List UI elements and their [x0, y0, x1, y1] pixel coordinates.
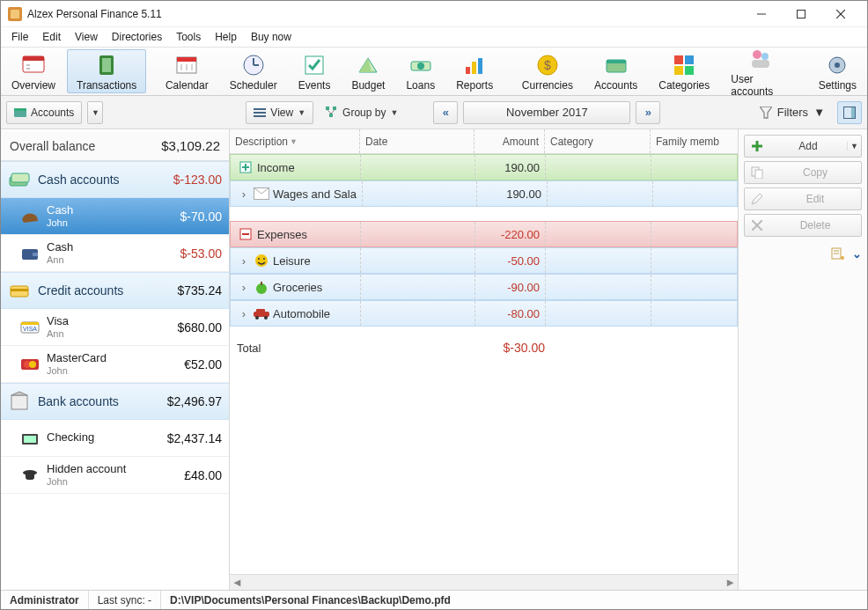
- balance-amount: $3,109.22: [161, 138, 220, 153]
- col-category[interactable]: Category: [545, 129, 651, 153]
- toolbar-scheduler[interactable]: Scheduler: [220, 49, 287, 93]
- menu-view[interactable]: View: [68, 29, 105, 45]
- toolbar-transactions[interactable]: Transactions: [67, 49, 146, 93]
- prev-period-button[interactable]: «: [433, 101, 458, 124]
- grid-group-row[interactable]: Expenses-220.00: [230, 221, 738, 247]
- add-dropdown-caret[interactable]: ▼: [847, 142, 861, 151]
- edit-button[interactable]: Edit: [744, 187, 862, 210]
- expand-icon[interactable]: ›: [236, 281, 252, 294]
- account-name: Checking: [47, 431, 160, 445]
- toolbar-label: Accounts: [594, 79, 637, 92]
- account-item[interactable]: MasterCardJohn€52.00: [1, 346, 229, 383]
- toolbar-label: Calendar: [166, 79, 209, 92]
- toolbar-settings[interactable]: Settings: [809, 49, 866, 93]
- grid-row[interactable]: ›Leisure-50.00: [230, 247, 738, 274]
- account-group[interactable]: Bank accounts$2,496.97: [1, 383, 229, 420]
- toolbar-useraccounts[interactable]: User accounts: [721, 49, 799, 93]
- menu-edit[interactable]: Edit: [35, 29, 68, 45]
- grid-row[interactable]: ›Groceries-90.00: [230, 274, 738, 300]
- close-button[interactable]: [820, 2, 860, 26]
- toolbar-reports[interactable]: Reports: [446, 49, 503, 93]
- group-amount: $735.24: [177, 283, 222, 298]
- next-period-button[interactable]: »: [636, 101, 660, 124]
- row-icon: [252, 187, 271, 200]
- expand-icon[interactable]: ›: [236, 254, 252, 268]
- svg-rect-31: [607, 60, 626, 63]
- filters-dropdown[interactable]: Filters ▼: [753, 102, 832, 122]
- minimize-button[interactable]: [741, 2, 781, 26]
- transactions-icon: [94, 53, 119, 77]
- toolbar-label: Reports: [456, 79, 493, 92]
- expand-icon[interactable]: ›: [236, 307, 252, 320]
- grid-group-row[interactable]: Income190.00: [230, 154, 738, 180]
- account-icon: [20, 429, 40, 448]
- svg-rect-82: [261, 282, 262, 285]
- row-icon: [252, 280, 271, 294]
- account-name: Hidden account: [47, 463, 177, 476]
- account-item[interactable]: Checking$2,437.14: [1, 420, 229, 457]
- view-dropdown[interactable]: View ▼: [246, 101, 313, 124]
- svg-rect-25: [466, 67, 470, 74]
- menu-tools[interactable]: Tools: [169, 29, 208, 45]
- row-amount: -90.00: [475, 275, 546, 299]
- date-range-selector[interactable]: November 2017: [463, 101, 630, 124]
- menu-directories[interactable]: Directories: [105, 29, 169, 45]
- toolbar-events[interactable]: Events: [289, 49, 341, 93]
- toolbar-calendar[interactable]: Calendar: [156, 49, 218, 93]
- scroll-left-icon[interactable]: ◄: [232, 576, 243, 589]
- svg-rect-26: [472, 62, 476, 74]
- currencies-icon: $: [535, 53, 560, 77]
- account-group[interactable]: Credit accounts$735.24: [1, 272, 229, 309]
- menu-buy-now[interactable]: Buy now: [244, 29, 298, 45]
- toolbar-accounts[interactable]: Accounts: [585, 49, 647, 93]
- account-item[interactable]: CashJohn$-70.00: [1, 198, 229, 235]
- toolbar-loans[interactable]: Loans: [396, 49, 445, 93]
- menu-file[interactable]: File: [4, 29, 35, 45]
- svg-text:$: $: [544, 58, 551, 72]
- grid-row[interactable]: ›Wages and Sala190.00: [230, 180, 738, 207]
- funnel-icon: [760, 107, 772, 119]
- minus-icon: [236, 228, 255, 240]
- groupby-dropdown[interactable]: Group by ▼: [319, 101, 405, 124]
- col-date[interactable]: Date: [360, 129, 474, 153]
- account-name: Cash: [47, 241, 173, 254]
- grid-row[interactable]: ›Automobile-80.00: [230, 300, 738, 327]
- add-button[interactable]: Add ▼: [744, 135, 862, 158]
- account-item[interactable]: CashAnn$-53.00: [1, 235, 229, 272]
- row-icon: [252, 254, 271, 268]
- accounts-dropdown[interactable]: Accounts: [6, 101, 82, 124]
- svg-rect-47: [333, 107, 336, 110]
- col-amount[interactable]: Amount: [474, 129, 545, 153]
- toolbar-budget[interactable]: Budget: [342, 49, 394, 93]
- account-item[interactable]: VISAVisaAnn$680.00: [1, 309, 229, 346]
- account-item[interactable]: Hidden accountJohn£48.00: [1, 457, 229, 494]
- svg-rect-66: [11, 395, 27, 409]
- accounts-dropdown-caret[interactable]: ▼: [87, 101, 103, 124]
- copy-button[interactable]: Copy: [744, 161, 862, 184]
- toggle-right-pane[interactable]: [837, 101, 862, 124]
- collapse-all-icon[interactable]: ⌄: [852, 247, 862, 261]
- horizontal-scrollbar[interactable]: ◄ ►: [230, 574, 738, 590]
- svg-point-36: [753, 50, 761, 59]
- maximize-button[interactable]: [781, 2, 820, 26]
- toolbar-overview[interactable]: Overview: [2, 49, 65, 93]
- account-group[interactable]: Cash accounts$-123.00: [1, 161, 229, 198]
- expand-all-icon[interactable]: [831, 247, 845, 261]
- col-description[interactable]: Description▼: [230, 129, 360, 153]
- budget-icon: [356, 53, 380, 77]
- row-desc: Groceries: [271, 281, 355, 294]
- view-label: View: [270, 107, 293, 119]
- svg-line-50: [331, 110, 335, 114]
- group-amount: -220.00: [475, 222, 546, 246]
- account-owner: Ann: [47, 254, 173, 266]
- delete-button[interactable]: Delete: [744, 214, 862, 237]
- col-family[interactable]: Family memb: [651, 129, 738, 153]
- toolbar-currencies[interactable]: $Currencies: [512, 49, 583, 93]
- scroll-right-icon[interactable]: ►: [725, 576, 736, 589]
- toolbar-categories[interactable]: Categories: [649, 49, 719, 93]
- groupby-label: Group by: [342, 107, 386, 119]
- svg-rect-7: [23, 56, 44, 61]
- menu-help[interactable]: Help: [208, 29, 244, 45]
- svg-rect-46: [326, 107, 329, 110]
- expand-icon[interactable]: ›: [236, 187, 252, 201]
